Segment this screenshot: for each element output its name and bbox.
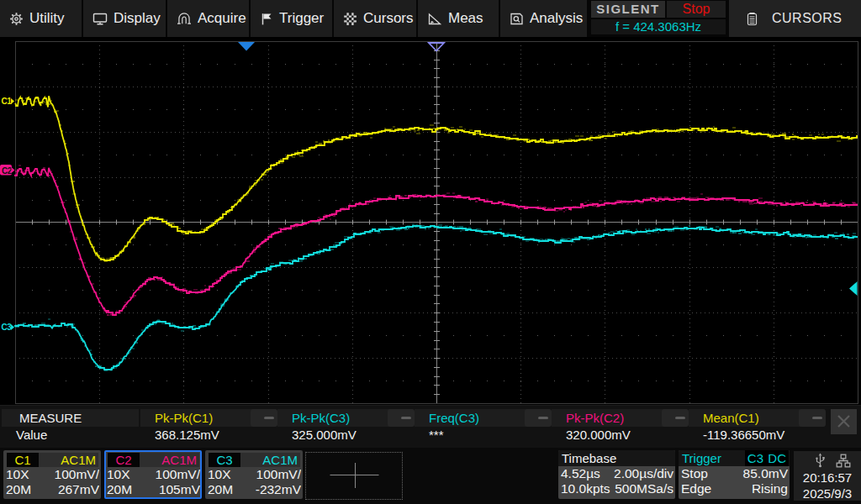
svg-text:C3: C3 (2, 323, 13, 332)
svg-text:C2: C2 (2, 166, 13, 176)
svg-text:C1: C1 (2, 97, 13, 106)
